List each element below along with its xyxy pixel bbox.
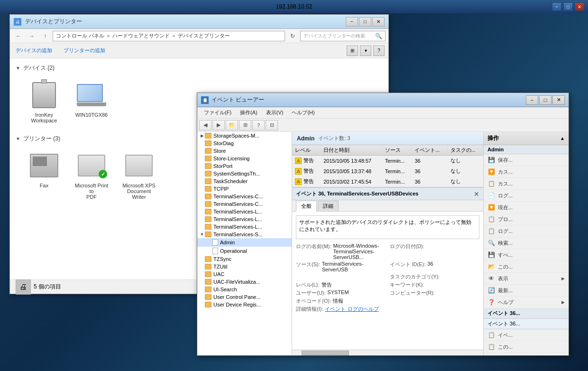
action-pro[interactable]: 📋 プロ... [484,213,569,225]
nav-forward-button[interactable]: → [26,31,37,41]
tree-item-uac-file[interactable]: UAC-FileVirtualiza... [197,278,292,286]
tree-item-user-device-reg[interactable]: User Device Regis... [197,301,292,308]
add-device-button[interactable]: デバイスの追加 [14,46,54,55]
tree-item-tcpip[interactable]: TCPIP [197,185,292,193]
toolbar-back-button[interactable]: ◀ [199,120,211,130]
toolbar-folder-button[interactable]: 📁 [226,120,238,130]
tree-label: StorDiag [213,140,234,146]
view-dropdown-button[interactable]: ▾ [360,46,371,56]
tree-item-stordiag[interactable]: StorDiag [197,139,292,147]
table-row[interactable]: ⚠警告 2015/10/02 17:45:54 Termin... 36 なし [292,176,483,187]
field-log-name: ログの名前(M): Microsoft-Windows-TerminalServ… [296,243,386,260]
action-log1[interactable]: 📄 ログ... [484,190,569,202]
table-row[interactable]: ⚠警告 2015/10/05 13:37:48 Termin... 36 なし [292,166,483,176]
toolbar-grid-button[interactable]: ⊞ [239,120,251,130]
detail-close-button[interactable]: ✕ [474,190,479,198]
action-save[interactable]: 💾 保存... [484,154,569,166]
search-box[interactable]: デバイスとプリンターの検索 🔍 [300,31,386,41]
action-event-item2[interactable]: 📋 この... [484,341,569,353]
event-maximize-button[interactable]: □ [539,95,551,105]
field-level: レベル(L): 警告 [296,281,386,288]
tree-label: TCPIP [213,186,229,192]
cell-datetime: 2015/10/02 17:45:54 [321,176,382,187]
col-datetime: 日付と時刻 [321,145,382,156]
field-opcode: オペコード(O): 情報 [296,297,386,305]
tree-item-terminalservices2[interactable]: TerminalServices-C... [197,200,292,208]
tab-general[interactable]: 全般 [296,201,317,212]
tree-item-tzutil[interactable]: TZUtil [197,263,292,270]
nav-back-button[interactable]: ← [13,31,24,41]
tree-item-storport[interactable]: StorPort [197,162,292,170]
tree-item-operational[interactable]: Operational [197,247,292,255]
action-all[interactable]: 💾 すべ... [484,249,569,261]
menu-help[interactable]: ヘルプ(H) [288,108,318,117]
tree-item-admin[interactable]: Admin [197,238,292,247]
action-log2-label: ログ... [498,228,513,235]
toolbar-forward-button[interactable]: ▶ [212,120,225,130]
printer-item-xps[interactable]: Microsoft XPSDocument Writer [120,148,158,202]
view-options-button[interactable]: ⊞ [347,46,358,56]
action-this[interactable]: 📂 この... [484,261,569,273]
toolbar-help-button[interactable]: ? [252,120,265,130]
tree-label: UI-Search [213,287,237,292]
tree-item-terminalservices-s[interactable]: ▼ TerminalServices-S... [197,231,292,238]
add-printer-button[interactable]: プリンターの追加 [62,46,107,55]
device-item-ironkey[interactable]: IronKeyWorkspace [25,78,63,125]
taskbar-title: 192.168.10.52 [276,3,312,10]
tree-item-terminalservices4[interactable]: TerminalServices-L... [197,215,292,223]
h-scroll-thumb[interactable] [302,351,349,355]
action-help[interactable]: ❓ ヘルプ ▶ [484,297,569,308]
help-button[interactable]: ? [373,46,385,56]
taskbar-close-button[interactable]: ✕ [575,2,584,11]
tree-item-systemsettings[interactable]: SystemSettingsTh... [197,170,292,177]
action-view-label: 表示 [498,275,508,282]
tree-item-storelicensing[interactable]: Store-Licensing [197,155,292,162]
view-arrow-icon: ▶ [561,276,565,281]
horizontal-scrollbar[interactable] [292,350,483,355]
action-current-label: 現在... [498,204,513,211]
action-refresh[interactable]: 🔄 最新... [484,285,569,297]
menu-file[interactable]: ファイル(F) [200,108,235,117]
tree-item-taskscheduler[interactable]: TaskScheduler [197,177,292,185]
taskbar-max-button[interactable]: □ [563,2,573,11]
action-view[interactable]: 👁 表示 ▶ [484,273,569,285]
event-close-button[interactable]: ✕ [552,95,565,105]
action-filter1[interactable]: 🔽 カス... [484,166,569,178]
devices-close-button[interactable]: ✕ [372,17,385,27]
table-row[interactable]: ⚠警告 2015/10/05 13:48:57 Termin... 36 なし [292,156,483,166]
devices-minimize-button[interactable]: − [346,17,358,27]
tree-item-uac[interactable]: UAC [197,270,292,278]
menu-action[interactable]: 操作(A) [236,108,261,117]
nav-refresh-button[interactable]: ↻ [287,31,298,41]
detail-title-text: イベント 36, TerminalServices-ServerUSBDevic… [296,190,418,197]
nav-path-display[interactable]: コントロール パネル ＞ ハードウェアとサウンド ＞ デバイスとプリンター [53,31,285,41]
action-filter2[interactable]: 📋 カス... [484,178,569,190]
taskbar-min-button[interactable]: − [552,2,561,11]
event-log-help-link[interactable]: イベント ログのヘルプ [325,306,378,313]
menu-view[interactable]: 表示(V) [262,108,287,117]
tree-item-terminalservices5[interactable]: TerminalServices-L... [197,223,292,231]
devices-titlebar: 🖨 デバイスとプリンター − □ ✕ [10,15,388,29]
actions-collapse-icon[interactable]: ▲ [560,136,565,141]
action-current[interactable]: 🔽 現在... [484,202,569,213]
printer-item-pdf[interactable]: ✓ Microsoft Print toPDF [73,148,110,202]
tree-item-terminalservices1[interactable]: TerminalServices-C... [197,193,292,200]
tree-item-user-control-pane[interactable]: User Control Pane... [197,293,292,301]
tree-item-store[interactable]: Store [197,147,292,155]
printer-item-fax[interactable]: Fax [25,148,63,202]
action-event-item1[interactable]: 📋 イベ... [484,329,569,341]
action-search[interactable]: 🔍 検索... [484,237,569,249]
device-item-win10[interactable]: WIN10TGX86 [73,78,110,125]
nav-up-button[interactable]: ↑ [39,31,51,41]
tree-item-ui-search[interactable]: UI-Search [197,286,292,293]
tree-item-terminalservices3[interactable]: TerminalServices-L... [197,208,292,215]
cell-source: Termin... [382,166,412,176]
folder-icon [205,194,211,199]
tree-item-storagespaces[interactable]: ▶ StorageSpaces-M... [197,132,292,139]
tab-detail[interactable]: 詳細 [318,201,339,211]
action-log2[interactable]: 📋 ログ... [484,225,569,237]
event-minimize-button[interactable]: − [526,95,538,105]
tree-item-tzsync[interactable]: TZSync [197,255,292,263]
devices-maximize-button[interactable]: □ [359,17,371,27]
toolbar-columns-button[interactable]: ⊟ [266,120,278,130]
